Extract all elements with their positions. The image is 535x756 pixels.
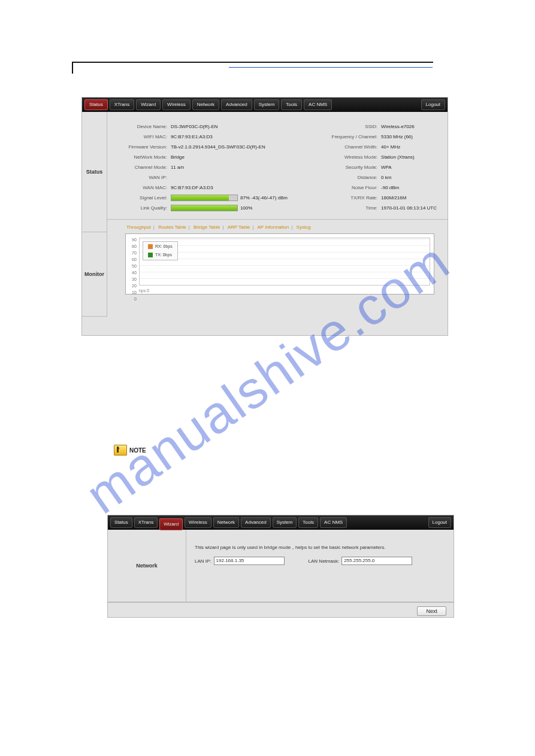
status-value: 100% bbox=[240, 205, 252, 211]
tab2-status[interactable]: Status bbox=[110, 517, 132, 528]
legend-swatch-tx bbox=[148, 253, 153, 257]
side-status-label: Status bbox=[82, 112, 107, 232]
subtab-routes[interactable]: Routes Table bbox=[158, 224, 186, 230]
status-label: Wireless Mode: bbox=[312, 154, 377, 160]
status-value: 0 km bbox=[381, 175, 391, 180]
tab2-tools[interactable]: Tools bbox=[298, 517, 318, 528]
status-label: TX/RX Rate: bbox=[312, 195, 377, 201]
status-value: 11 a/n bbox=[171, 165, 184, 170]
monitor-subtabs: Throughput| Routes Table| Bridge Table| … bbox=[125, 224, 434, 230]
lan-ip-label: LAN IP: bbox=[195, 558, 211, 564]
status-value: -90 dBm bbox=[381, 185, 399, 190]
tab-wizard[interactable]: Wizard bbox=[136, 99, 161, 110]
header-link-underline bbox=[229, 67, 433, 68]
status-value: 1970-01-01 06:13:14 UTC bbox=[381, 205, 437, 211]
wizard-description: This wizard page is only used in bridge … bbox=[195, 544, 445, 551]
tab-wireless[interactable]: Wireless bbox=[162, 99, 191, 110]
chart-yticks: 9080706050403020100 bbox=[128, 236, 137, 302]
subtab-throughput[interactable]: Throughput bbox=[126, 224, 151, 230]
status-value: DS-3WF03C-D(R)-EN bbox=[171, 124, 218, 129]
tab-acnms[interactable]: AC NMS bbox=[304, 99, 332, 110]
tab2-wizard[interactable]: Wizard bbox=[159, 518, 183, 530]
status-label: Security Mode: bbox=[312, 165, 377, 170]
lan-netmask-input[interactable]: 255.255.255.0 bbox=[341, 557, 412, 565]
status-label: Signal Level: bbox=[110, 195, 167, 201]
status-value: Wireless-e7026 bbox=[381, 124, 415, 129]
header-rule bbox=[73, 62, 433, 63]
top-nav: Status XTrans Wizard Wireless Network Ad… bbox=[82, 98, 448, 112]
tab2-system[interactable]: System bbox=[273, 517, 297, 528]
note-label: NOTE bbox=[129, 447, 146, 454]
status-label: WIFI MAC: bbox=[110, 134, 167, 139]
note-callout: NOTE bbox=[114, 445, 146, 456]
status-label: Noise Floor: bbox=[312, 185, 377, 190]
status-value: WPA bbox=[381, 165, 392, 170]
tab2-logout[interactable]: Logout bbox=[428, 517, 451, 528]
status-label: NetWork Mode: bbox=[110, 154, 167, 160]
tab2-network[interactable]: Network bbox=[213, 517, 239, 528]
status-value: TB-v2.1.0.2914.9344_DS-3WF03C-D(R)-EN bbox=[171, 144, 265, 150]
status-label: SSID: bbox=[312, 124, 377, 129]
status-label: WAN IP: bbox=[110, 175, 167, 180]
wizard-side-label: Network bbox=[108, 530, 186, 602]
progress-bar bbox=[171, 195, 238, 201]
side-monitor-label: Monitor bbox=[82, 232, 107, 317]
tab-xtrans[interactable]: XTrans bbox=[110, 99, 135, 110]
tab-network[interactable]: Network bbox=[192, 99, 219, 110]
throughput-chart: 9080706050403020100 bps 0 RX: 0bps TX: 0… bbox=[125, 233, 434, 294]
status-label: Time: bbox=[312, 205, 377, 211]
status-page-screenshot: Status XTrans Wizard Wireless Network Ad… bbox=[81, 97, 448, 336]
subtab-bridge[interactable]: Bridge Table bbox=[194, 224, 220, 230]
status-label: Device Name: bbox=[110, 124, 167, 129]
status-label: Channel Mode: bbox=[110, 165, 167, 170]
lan-ip-input[interactable]: 192.168.1.35 bbox=[214, 557, 285, 565]
tab-logout[interactable]: Logout bbox=[421, 99, 445, 110]
status-label: Distance: bbox=[312, 175, 377, 180]
tab-system[interactable]: System bbox=[254, 99, 280, 110]
status-value: 9C:B7:93:E1:A3:D3 bbox=[171, 134, 213, 139]
status-value: 40+ MHz bbox=[381, 144, 400, 150]
tab2-acnms[interactable]: AC NMS bbox=[320, 517, 347, 528]
chart-area bbox=[139, 238, 430, 286]
top-nav-wizard: Status XTrans Wizard Wireless Network Ad… bbox=[108, 515, 454, 530]
status-label: Frequency / Channel: bbox=[312, 134, 377, 139]
legend-swatch-rx bbox=[148, 244, 153, 249]
legend-rx: RX: 0bps bbox=[155, 244, 173, 248]
status-label: WAN MAC: bbox=[110, 185, 167, 190]
tab2-xtrans[interactable]: XTrans bbox=[134, 517, 158, 528]
header-bar-vert bbox=[72, 62, 73, 74]
status-label: Channel Width: bbox=[312, 144, 377, 150]
status-table: Device Name:DS-3WF03C-D(R)-ENWIFI MAC:9C… bbox=[107, 112, 448, 219]
legend-tx: TX: 0bps bbox=[155, 253, 172, 257]
tab-advanced[interactable]: Advanced bbox=[221, 99, 252, 110]
status-value: Bridge bbox=[171, 154, 185, 160]
subtab-syslog[interactable]: Syslog bbox=[297, 224, 311, 230]
status-value: 9C:B7:93:DF:A3:D3 bbox=[171, 185, 213, 190]
subtab-apinfo[interactable]: AP Information bbox=[257, 224, 289, 230]
note-icon bbox=[114, 445, 127, 456]
wizard-page-screenshot: Status XTrans Wizard Wireless Network Ad… bbox=[107, 515, 454, 618]
status-value: 180M/216M bbox=[381, 195, 406, 201]
status-value: 87% -43(-46/-47) dBm bbox=[240, 195, 288, 201]
tab2-wireless[interactable]: Wireless bbox=[185, 517, 211, 528]
status-label: Link Quality: bbox=[110, 205, 167, 211]
tab-status[interactable]: Status bbox=[84, 99, 108, 110]
lan-netmask-label: LAN Netmask: bbox=[309, 558, 340, 564]
subtab-arp[interactable]: ARP Table bbox=[228, 224, 250, 230]
progress-bar bbox=[171, 205, 238, 211]
status-value: 5330 MHz (66) bbox=[381, 134, 413, 139]
tab2-advanced[interactable]: Advanced bbox=[241, 517, 271, 528]
status-label: Firmware Version: bbox=[110, 144, 167, 150]
next-button[interactable]: Next bbox=[417, 606, 446, 616]
status-value: Station (Xtrans) bbox=[381, 154, 415, 160]
tab-tools[interactable]: Tools bbox=[281, 99, 302, 110]
chart-xlabel: bps 0 bbox=[139, 289, 149, 293]
chart-legend: RX: 0bps TX: 0bps bbox=[143, 241, 178, 260]
